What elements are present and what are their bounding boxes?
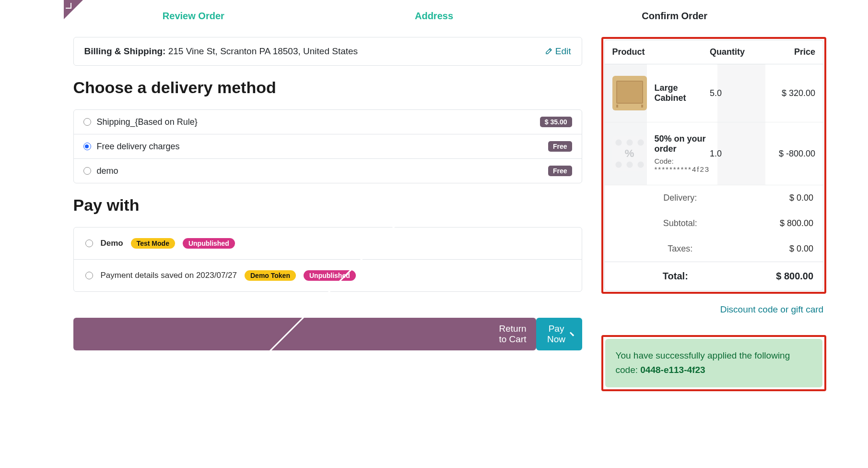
product-name: Large Cabinet (655, 83, 710, 103)
pay-heading: Pay with (73, 196, 582, 215)
product-price: $ 320.00 (758, 88, 815, 98)
step-address[interactable]: Address (314, 5, 554, 27)
return-to-cart-button[interactable]: Return to Cart (73, 318, 536, 350)
payment-option-label: Payment details saved on 2023/07/27 (101, 271, 237, 280)
edit-address-link[interactable]: Edit (545, 46, 571, 57)
total-label: Total: (614, 271, 737, 282)
corner-flag-icon (64, 0, 83, 19)
delivery-option-rule[interactable]: Shipping_{Based on Rule} $ 35.00 (74, 110, 582, 134)
step-confirm[interactable]: Confirm Order (554, 5, 795, 27)
radio-icon (83, 143, 91, 150)
pay-now-button[interactable]: Pay Now (536, 318, 582, 350)
line-subtotal-label: Subtotal: (614, 218, 747, 228)
price-badge: $ 35.00 (540, 117, 572, 127)
line-taxes-value: $ 0.00 (746, 244, 813, 254)
col-price: Price (758, 47, 815, 57)
product-thumb-promo (612, 136, 647, 171)
shipping-label: Billing & Shipping: (84, 46, 166, 56)
line-subtotal-value: $ 800.00 (746, 218, 813, 228)
delivery-option-free[interactable]: Free delivery charges Free (74, 134, 582, 158)
shipping-card: Billing & Shipping: 215 Vine St, Scranto… (73, 37, 582, 66)
line-delivery-value: $ 0.00 (746, 193, 813, 203)
success-alert: You have successfully applied the follow… (605, 339, 823, 387)
radio-icon (83, 167, 91, 175)
price-badge: Free (548, 141, 572, 152)
line-delivery-label: Delivery: (614, 193, 747, 203)
delivery-options: Shipping_{Based on Rule} $ 35.00 Free de… (73, 109, 582, 183)
radio-icon (83, 118, 91, 126)
promo-price: $ -800.00 (758, 149, 815, 159)
testmode-badge: Test Mode (131, 238, 175, 249)
step-review[interactable]: Review Order (73, 5, 314, 27)
checkout-steps: Review Order Address Confirm Order (73, 0, 795, 37)
payment-option-demo[interactable]: Demo Test Mode Unpublished (74, 228, 582, 259)
payment-options: Demo Test Mode Unpublished Payment detai… (73, 227, 582, 292)
payment-option-label: Demo (101, 239, 123, 248)
chevron-left-icon (141, 186, 436, 410)
delivery-option-demo[interactable]: demo Free (74, 158, 582, 183)
delivery-option-label: Free delivery charges (97, 142, 180, 152)
promo-qty: 1.0 (710, 149, 758, 159)
edit-icon (545, 48, 552, 55)
discount-code-link[interactable]: Discount code or gift card (601, 304, 824, 315)
alert-highlight: You have successfully applied the follow… (601, 335, 827, 391)
edit-label: Edit (555, 46, 571, 57)
chevron-right-icon (569, 332, 574, 336)
alert-code: 0448-e113-4f23 (640, 365, 705, 375)
summary-highlight: Product Quantity Price Large Cabinet 5.0… (601, 37, 827, 294)
delivery-heading: Choose a delivery method (73, 78, 582, 97)
delivery-option-label: demo (97, 166, 118, 176)
demotoken-badge: Demo Token (245, 270, 296, 281)
summary-item: 50% on your order Code: **********4f23 1… (605, 122, 823, 185)
col-quantity: Quantity (710, 47, 758, 57)
order-summary: Product Quantity Price Large Cabinet 5.0… (604, 40, 824, 291)
payment-option-saved[interactable]: Payment details saved on 2023/07/27 Demo… (74, 259, 582, 291)
summary-item: Large Cabinet 5.0 $ 320.00 (605, 64, 823, 122)
promo-code: **********4f23 (655, 165, 710, 173)
price-badge: Free (548, 166, 572, 176)
unpublished-badge: Unpublished (183, 238, 235, 249)
product-qty: 5.0 (710, 88, 758, 98)
total-value: $ 800.00 (737, 271, 813, 282)
return-label: Return to Cart (499, 324, 527, 345)
col-product: Product (612, 47, 710, 57)
delivery-option-label: Shipping_{Based on Rule} (97, 117, 198, 127)
shipping-address: 215 Vine St, Scranton PA 18503, United S… (168, 46, 358, 56)
radio-icon (85, 240, 93, 247)
promo-code-label: Code: (655, 157, 710, 165)
paynow-label: Pay Now (546, 324, 567, 345)
promo-name: 50% on your order (655, 134, 710, 154)
product-thumb-cabinet (612, 76, 647, 110)
radio-icon (85, 272, 93, 279)
line-taxes-label: Taxes: (614, 244, 747, 254)
